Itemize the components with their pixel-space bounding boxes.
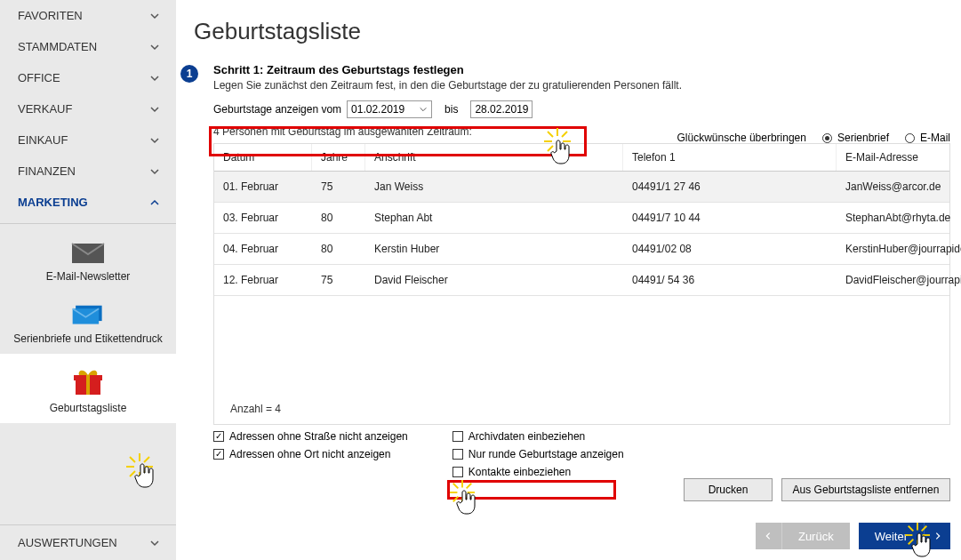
chk-label: Kontakte einbeziehen — [468, 466, 571, 478]
bis-label: bis — [444, 103, 458, 116]
print-button[interactable]: Drucken — [684, 478, 773, 501]
cell-datum: 01. Februar — [214, 172, 312, 202]
date-to-value: 28.02.2019 — [475, 103, 528, 116]
chk-archive[interactable]: Archivdaten einbeziehen — [452, 430, 624, 443]
chevron-down-icon — [419, 105, 428, 114]
checkbox-icon: ✓ — [213, 431, 224, 442]
divider — [0, 223, 176, 224]
chevron-down-icon — [149, 73, 160, 84]
chk-contacts[interactable]: Kontakte einbeziehen — [452, 466, 624, 478]
chevron-down-icon — [149, 42, 160, 52]
chevron-down-icon — [149, 538, 160, 548]
table-row[interactable]: 04. Februar 80 Kerstin Huber 04491/02 08… — [214, 234, 949, 265]
radio-label: E-Mail — [920, 132, 950, 144]
chk-round-birthdays[interactable]: Nur runde Geburtstage anzeigen — [452, 448, 624, 460]
btn-label: Aus Geburtstagsliste entfernen — [793, 484, 940, 496]
back-button: Zurück — [756, 523, 850, 549]
nav-marketing[interactable]: MARKETING — [0, 187, 176, 218]
radio-serienbrief[interactable]: Serienbrief — [822, 132, 889, 144]
col-datum[interactable]: Datum — [214, 144, 312, 171]
chk-label: Adressen ohne Straße nicht anzeigen — [229, 430, 408, 443]
date-to-field[interactable]: 28.02.2019 — [470, 100, 533, 118]
step-section: 1 Schritt 1: Zeitraum des Geburtstags fe… — [176, 63, 961, 118]
nav-stammdaten[interactable]: STAMMDATEN — [0, 31, 176, 62]
action-buttons: Drucken Aus Geburtstagsliste entfernen — [684, 478, 950, 501]
cell-anschrift: Kerstin Huber — [365, 234, 623, 264]
grid-header: Datum Jahre Anschrift Telefon 1 E-Mail-A… — [214, 144, 949, 172]
subnav-newsletter[interactable]: E-Mail-Newsletter — [0, 229, 176, 292]
radio-email[interactable]: E-Mail — [905, 132, 950, 144]
subnav-geburtstagsliste[interactable]: Geburtstagsliste — [0, 354, 176, 423]
remove-from-list-button[interactable]: Aus Geburtstagsliste entfernen — [781, 478, 950, 501]
chk-no-city[interactable]: ✓ Adressen ohne Ort nicht anzeigen — [213, 448, 408, 460]
nav-label: VERKAUF — [18, 102, 72, 116]
checkbox-icon — [452, 431, 463, 442]
next-button[interactable]: Weiter — [859, 523, 950, 549]
nav-label: MARKETING — [18, 196, 88, 209]
gift-icon — [70, 366, 106, 396]
cell-tel: 04491/7 10 44 — [623, 203, 837, 233]
checkbox-icon: ✓ — [213, 449, 224, 460]
date-range-row: Geburtstage anzeigen vom 01.02.2019 bis … — [213, 100, 961, 118]
step-title: Schritt 1: Zeitraum des Geburtstags fest… — [213, 63, 961, 76]
chk-label: Archivdaten einbeziehen — [468, 430, 585, 443]
step-badge: 1 — [180, 65, 198, 83]
nav-office[interactable]: OFFICE — [0, 62, 176, 93]
chk-label: Nur runde Geburtstage anzeigen — [468, 448, 624, 460]
grid-empty-space — [214, 296, 949, 394]
subnav: E-Mail-Newsletter Serienbriefe und Etike… — [0, 229, 176, 423]
btn-label: Zurück — [782, 530, 850, 543]
envelopes-icon — [70, 304, 106, 327]
nav-favoriten[interactable]: FAVORITEN — [0, 0, 176, 31]
table-row[interactable]: 01. Februar 75 Jan Weiss 04491/1 27 46 J… — [214, 172, 949, 203]
cell-jahre: 80 — [312, 203, 365, 233]
col-anschrift[interactable]: Anschrift — [365, 144, 623, 171]
table-row[interactable]: 12. Februar 75 David Fleischer 04491/ 54… — [214, 265, 949, 296]
grid-body: 01. Februar 75 Jan Weiss 04491/1 27 46 J… — [214, 172, 949, 296]
cell-email: KerstinHuber@jourrapide.de — [837, 234, 961, 264]
cell-jahre: 75 — [312, 172, 365, 202]
wizard-buttons: Zurück Weiter — [756, 523, 950, 549]
nav-label: OFFICE — [18, 71, 60, 84]
col-jahre[interactable]: Jahre — [312, 144, 365, 171]
subnav-serienbriefe[interactable]: Serienbriefe und Etikettendruck — [0, 292, 176, 354]
chk-label: Adressen ohne Ort nicht anzeigen — [229, 448, 390, 460]
chk-no-street[interactable]: ✓ Adressen ohne Straße nicht anzeigen — [213, 430, 408, 443]
envelope-icon — [70, 242, 106, 265]
nav-label: EINKAUF — [18, 133, 68, 147]
nav-finanzen[interactable]: FINANZEN — [0, 156, 176, 187]
nav-bottom: AUSWERTUNGEN — [0, 524, 176, 560]
btn-label: Drucken — [709, 484, 749, 496]
col-telefon[interactable]: Telefon 1 — [623, 144, 837, 171]
lower-options: ✓ Adressen ohne Straße nicht anzeigen ✓ … — [213, 430, 961, 478]
nav-verkauf[interactable]: VERKAUF — [0, 93, 176, 124]
step-description: Legen Sie zunächst den Zeitraum fest, in… — [213, 79, 961, 92]
cell-datum: 03. Februar — [214, 203, 312, 233]
cell-datum: 12. Februar — [214, 265, 312, 295]
sidebar: FAVORITEN STAMMDATEN OFFICE VERKAUF EINK… — [0, 0, 176, 560]
date-from-select[interactable]: 01.02.2019 — [347, 100, 432, 118]
cell-email: JanWeiss@arcor.de — [837, 172, 949, 202]
nav-label: FINANZEN — [18, 164, 76, 178]
col-email[interactable]: E-Mail-Adresse — [837, 144, 949, 171]
nav-auswertungen[interactable]: AUSWERTUNGEN — [0, 525, 176, 560]
delivery-row: Glückwünsche überbringen Serienbrief E-M… — [677, 132, 950, 144]
chevron-down-icon — [149, 11, 160, 21]
chevron-down-icon — [149, 166, 160, 177]
chevron-down-icon — [149, 104, 160, 115]
nav-label: STAMMDATEN — [18, 40, 97, 53]
cell-anschrift: Jan Weiss — [365, 172, 623, 202]
btn-label: Weiter — [859, 530, 924, 543]
cell-tel: 04491/02 08 — [623, 234, 837, 264]
cell-email: DavidFleischer@jourrapide.de — [837, 265, 961, 295]
cell-jahre: 75 — [312, 265, 365, 295]
cell-email: StephanAbt@rhyta.de — [837, 203, 959, 233]
main-panel: Geburtstagsliste 1 Schritt 1: Zeitraum d… — [176, 0, 961, 560]
options-col-left: ✓ Adressen ohne Straße nicht anzeigen ✓ … — [213, 430, 408, 478]
chevron-up-icon — [149, 197, 160, 208]
nav-einkauf[interactable]: EINKAUF — [0, 124, 176, 156]
cell-tel: 04491/1 27 46 — [623, 172, 837, 202]
radio-icon — [905, 133, 915, 143]
options-col-right: Archivdaten einbeziehen Nur runde Geburt… — [452, 430, 624, 478]
table-row[interactable]: 03. Februar 80 Stephan Abt 04491/7 10 44… — [214, 203, 949, 234]
